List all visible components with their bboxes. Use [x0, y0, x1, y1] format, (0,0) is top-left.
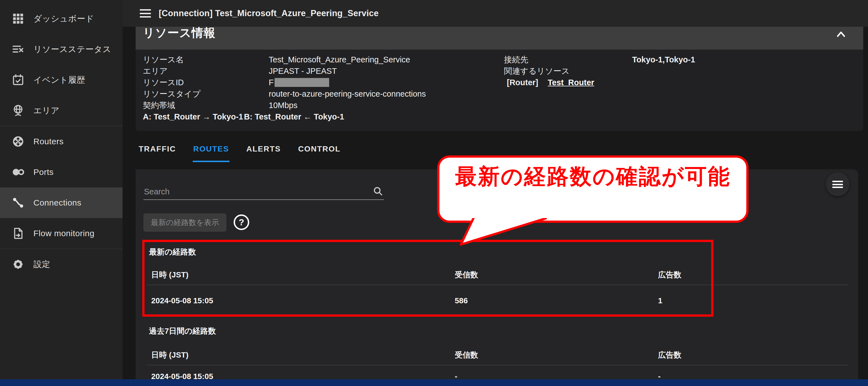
sidebar-item-label: イベント履歴: [33, 75, 85, 86]
field-label: リソースID: [143, 77, 269, 88]
sidebar-item-label: Flow monitoring: [33, 229, 94, 238]
field-label: エリア: [143, 65, 269, 77]
cell-received: -: [455, 372, 457, 379]
tab-control[interactable]: CONTROL: [298, 141, 341, 162]
related-resource-type: [Router]: [507, 78, 538, 87]
area-globe-icon: [12, 104, 25, 117]
column-header-advertised[interactable]: 広告数: [658, 270, 681, 280]
apps-grid-icon: [12, 12, 25, 25]
field-resource-type: リソースタイプrouter-to-azure-peering-service-c…: [143, 88, 426, 100]
field-resource-id: リソースIDF: [143, 77, 426, 88]
resource-fields-right: 接続先Tokyo-1,Tokyo-1 関連するリソース [Router]Test…: [504, 54, 695, 88]
flow-monitoring-icon: [12, 227, 25, 240]
table-divider: [147, 285, 848, 285]
hamburger-icon: [832, 181, 843, 188]
column-header-datetime[interactable]: 日時 (JST): [151, 350, 188, 360]
sidebar-item-connections[interactable]: Connections: [0, 187, 123, 218]
redacted-id-block: [275, 78, 329, 87]
sidebar-item-label: Ports: [33, 167, 54, 177]
sidebar-item-label: Routers: [33, 137, 64, 146]
field-value: router-to-azure-peering-service-connecti…: [269, 89, 426, 98]
search-field: [144, 179, 384, 200]
tab-alerts[interactable]: ALERTS: [246, 141, 281, 162]
field-area: エリアJPEAST - JPEAST: [143, 65, 426, 77]
connections-icon: [12, 196, 25, 209]
sidebar-item-label: 設定: [33, 259, 51, 270]
field-value: Test_Microsoft_Azure_Peering_Service: [269, 55, 410, 64]
field-related-resources-label: 関連するリソース: [504, 65, 695, 77]
sidebar-item-ports[interactable]: Ports: [0, 157, 123, 187]
cell-datetime: 2024-05-08 15:05: [151, 296, 213, 305]
field-label: 接続先: [504, 54, 632, 65]
sidebar-item-label: リソースステータス: [33, 44, 111, 55]
sidebar-item-resource-status[interactable]: リソースステータス: [0, 34, 123, 65]
sidebar-item-area[interactable]: エリア: [0, 95, 123, 126]
endpoint-a: A: Test_Router → Tokyo-1: [143, 111, 244, 122]
endpoint-b: B: Test_Router ← Tokyo-1: [244, 112, 344, 121]
field-resource-name: リソース名Test_Microsoft_Azure_Peering_Servic…: [143, 54, 426, 65]
help-icon[interactable]: ?: [234, 214, 249, 230]
cell-received: 586: [455, 296, 468, 305]
field-value: 10Mbps: [269, 101, 298, 110]
endpoint-ab-line: A: Test_Router → Tokyo-1B: Test_Router ←…: [143, 111, 426, 122]
annotation-callout-text: 最新の経路数の確認が可能: [439, 162, 746, 191]
event-history-icon: [12, 73, 25, 86]
bottom-taskbar: [0, 379, 868, 386]
router-icon: [12, 135, 25, 148]
sidebar-item-label: Connections: [33, 198, 81, 207]
sidebar-item-settings[interactable]: 設定: [0, 249, 123, 279]
table-menu-button[interactable]: [826, 173, 849, 196]
field-connection-dest: 接続先Tokyo-1,Tokyo-1: [504, 54, 695, 65]
sidebar-item-dashboard[interactable]: ダッシュボード: [0, 3, 123, 34]
settings-gear-icon: [12, 258, 25, 271]
resource-info-header[interactable]: リソース情報: [135, 27, 863, 50]
latest-routes-title: 最新の経路数: [149, 247, 196, 257]
field-label: リソース名: [143, 54, 269, 65]
column-header-received[interactable]: 受信数: [455, 350, 478, 360]
field-bandwidth: 契約帯域10Mbps: [143, 100, 426, 111]
resource-info-title: リソース情報: [143, 27, 216, 41]
field-value: F: [269, 78, 274, 87]
column-header-advertised[interactable]: 広告数: [658, 350, 681, 360]
detail-tabs: TRAFFIC ROUTES ALERTS CONTROL: [138, 141, 357, 162]
sidebar-item-event-history[interactable]: イベント履歴: [0, 65, 123, 95]
sidebar: ダッシュボード リソースステータス イベント履歴: [0, 0, 123, 379]
cell-datetime: 2024-05-08 15:05: [151, 372, 213, 379]
field-label: 関連するリソース: [504, 65, 632, 77]
sidebar-item-label: ダッシュボード: [33, 13, 94, 25]
show-latest-routes-button[interactable]: 最新の経路数を表示: [144, 213, 226, 232]
column-header-datetime[interactable]: 日時 (JST): [151, 270, 188, 280]
search-icon[interactable]: [372, 185, 383, 197]
annotation-callout-bubble: 最新の経路数の確認が可能: [437, 155, 748, 223]
sidebar-item-flow-monitoring[interactable]: Flow monitoring: [0, 218, 123, 249]
resource-fields-left: リソース名Test_Microsoft_Azure_Peering_Servic…: [143, 54, 426, 122]
sidebar-item-routers[interactable]: Routers: [0, 126, 123, 157]
top-app-bar: [Connection] Test_Microsoft_Azure_Peerin…: [123, 0, 868, 27]
sidebar-item-label: エリア: [33, 105, 60, 116]
cell-advertised: -: [658, 372, 660, 379]
column-header-received[interactable]: 受信数: [455, 270, 478, 280]
related-resource-row: [Router]Test_Router: [504, 77, 695, 88]
resource-info-panel: リソース情報 リソース名Test_Microsoft_Azure_Peering…: [135, 27, 863, 131]
page-title: [Connection] Test_Microsoft_Azure_Peerin…: [159, 8, 379, 19]
field-value: Tokyo-1,Tokyo-1: [632, 55, 695, 64]
menu-hamburger-icon[interactable]: [140, 9, 151, 18]
resource-status-icon: [12, 43, 25, 56]
past7days-routes-title: 過去7日間の経路数: [149, 326, 216, 336]
field-label: リソースタイプ: [143, 88, 269, 100]
field-value: JPEAST - JPEAST: [269, 66, 337, 76]
tab-traffic[interactable]: TRAFFIC: [138, 141, 177, 162]
search-input[interactable]: [144, 179, 367, 199]
app-window: ダッシュボード リソースステータス イベント履歴: [0, 0, 868, 386]
cell-advertised: 1: [658, 296, 662, 305]
resource-info-body: リソース名Test_Microsoft_Azure_Peering_Servic…: [135, 50, 863, 131]
table-divider: [147, 365, 848, 365]
chevron-up-icon[interactable]: [835, 30, 847, 39]
tab-routes[interactable]: ROUTES: [193, 141, 230, 162]
field-label: 契約帯域: [143, 100, 269, 111]
ports-icon: [12, 166, 25, 179]
related-resource-link[interactable]: Test_Router: [548, 78, 594, 87]
